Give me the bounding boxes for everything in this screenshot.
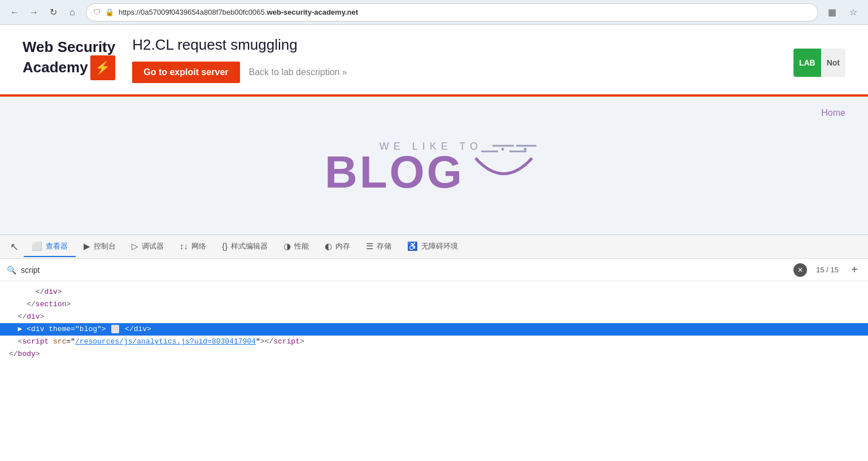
search-clear-button[interactable]: ✕ <box>793 263 807 277</box>
memory-icon: ◐ <box>325 241 332 251</box>
search-icon: 🔍 <box>7 266 16 275</box>
url-display: https://0a57009f0439654a808f7beb00fc0065… <box>119 8 811 16</box>
code-line-div-close: </div> <box>0 286 868 298</box>
header-content: H2.CL request smuggling Go to exploit se… <box>132 36 347 83</box>
blog-home-link[interactable]: Home <box>821 108 845 118</box>
logo-icon: ⚡ <box>90 55 115 80</box>
blog-nav: Home <box>0 108 868 118</box>
tab-accessibility[interactable]: ♿ 无障碍环境 <box>399 237 466 257</box>
code-line-div-theme[interactable]: ▶ <div theme="blog"> … </div> <box>0 323 868 336</box>
tab-console[interactable]: ▶ 控制台 <box>76 237 124 257</box>
header-actions: Go to exploit server Back to lab descrip… <box>132 62 347 83</box>
blog-face-icon <box>470 147 538 192</box>
exploit-server-button[interactable]: Go to exploit server <box>132 62 239 83</box>
shield-icon: 🛡 <box>93 8 101 16</box>
tab-debugger[interactable]: ▷ 调试器 <box>124 237 172 257</box>
lab-title: H2.CL request smuggling <box>132 36 347 54</box>
style-editor-icon: {} <box>222 241 228 251</box>
search-input[interactable] <box>21 266 789 275</box>
nav-buttons: ← → ↻ ⌂ <box>7 5 80 20</box>
lab-status: Not <box>821 49 845 77</box>
accessibility-icon: ♿ <box>407 241 418 251</box>
home-button[interactable]: ⌂ <box>64 5 80 20</box>
reload-button[interactable]: ↻ <box>45 5 61 20</box>
browser-chrome: ← → ↻ ⌂ 🛡 🔒 https://0a57009f0439654a808f… <box>0 0 868 25</box>
blog-title: BLOG <box>325 150 464 195</box>
back-button[interactable]: ← <box>7 5 23 20</box>
logo-words: Web Security Academy ⚡ <box>23 39 115 80</box>
network-icon: ↕↓ <box>180 241 188 251</box>
code-line-div-close2: </div> <box>0 311 868 323</box>
forward-button[interactable]: → <box>26 5 42 20</box>
tab-network[interactable]: ↕↓ 网络 <box>172 237 214 257</box>
lab-badge: LAB <box>793 49 821 77</box>
debugger-icon: ▷ <box>132 241 138 251</box>
code-line-body-close: </body> <box>0 348 868 360</box>
storage-icon: ☰ <box>366 241 373 251</box>
code-line-section-close: </section> <box>0 298 868 311</box>
browser-actions: ▦ ☆ <box>824 5 861 20</box>
tab-performance[interactable]: ◑ 性能 <box>276 237 317 257</box>
cursor-tool-icon[interactable]: ↖ <box>5 237 24 256</box>
performance-icon: ◑ <box>283 241 291 251</box>
logo: Web Security Academy ⚡ <box>23 39 115 80</box>
blog-area: Home WE LIKE TO BLOG <box>0 97 868 234</box>
address-bar[interactable]: 🛡 🔒 https://0a57009f0439654a808f7beb00fc… <box>86 3 818 21</box>
devtools: ↖ ⬜ 查看器 ▶ 控制台 ▷ 调试器 ↕↓ 网络 {} 样式编辑器 ◑ 性能 … <box>0 234 868 366</box>
qr-button[interactable]: ▦ <box>824 5 840 20</box>
tab-memory[interactable]: ◐ 内存 <box>317 237 358 257</box>
lock-icon: 🔒 <box>105 8 114 16</box>
back-to-lab-link[interactable]: Back to lab description » <box>249 67 347 77</box>
tab-storage[interactable]: ☰ 存储 <box>358 237 399 257</box>
inspector-icon: ⬜ <box>32 241 42 251</box>
tab-inspector[interactable]: ⬜ 查看器 <box>24 237 76 257</box>
search-count: 15 / 15 <box>816 266 839 274</box>
search-add-button[interactable]: + <box>848 263 861 277</box>
devtools-tabs: ↖ ⬜ 查看器 ▶ 控制台 ▷ 调试器 ↕↓ 网络 {} 样式编辑器 ◑ 性能 … <box>0 235 868 259</box>
devtools-code: </div> </section> </div> ▶ <div theme="b… <box>0 281 868 366</box>
header-right: LAB Not <box>793 43 845 77</box>
logo-text: Web Security Academy ⚡ <box>23 39 115 80</box>
blog-hero: WE LIKE TO BLOG <box>0 124 868 223</box>
bookmark-button[interactable]: ☆ <box>845 5 861 20</box>
tab-style-editor[interactable]: {} 样式编辑器 <box>214 237 276 257</box>
page-header: Web Security Academy ⚡ H2.CL request smu… <box>0 25 868 83</box>
code-line-script: <script src="/resources/js/analytics.js?… <box>0 336 868 348</box>
devtools-search: 🔍 ✕ 15 / 15 + <box>0 259 868 281</box>
console-icon: ▶ <box>84 241 90 251</box>
